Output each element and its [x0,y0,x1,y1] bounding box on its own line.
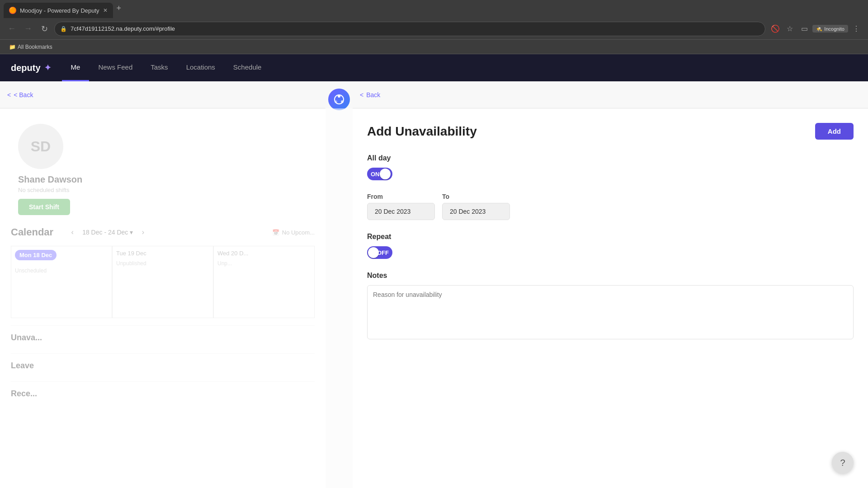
calendar-day-label-tue: Tue 19 Dec [116,250,209,257]
calendar-nav: ‹ 18 Dec - 24 Dec ▾ › [66,226,149,239]
calendar-day-content-tue: Unpublished [116,260,209,267]
lock-icon: 🔒 [60,26,67,32]
left-back-button[interactable]: < < Back [7,91,33,99]
no-eye-icon[interactable]: 🚫 [769,23,782,35]
from-date-input[interactable]: 20 Dec 2023 [367,203,435,220]
to-label: To [442,193,510,200]
notes-label: Notes [367,272,854,280]
form-back-button[interactable]: < Back [360,91,380,99]
nav-item-me[interactable]: Me [62,54,90,81]
profile-and-calendar: SD Shane Dawson No scheduled shifts Star… [11,124,315,402]
start-shift-button[interactable]: Start Shift [18,199,70,215]
calendar-day-wed: Wed 20 D... Unp... [213,246,315,318]
back-navigation-button[interactable]: ← [5,23,18,35]
calendar-day-tue: Tue 19 Dec Unpublished [112,246,213,318]
allday-toggle[interactable]: ON [367,168,392,180]
toggle-off-label: OFF [377,249,389,256]
to-date-group: To 20 Dec 2023 [442,193,510,220]
extensions-button[interactable]: ▭ [798,23,811,35]
calendar-day-label-wed: Wed 20 D... [217,250,311,257]
folder-icon: 📁 [9,44,16,50]
help-button[interactable]: ? [832,452,854,474]
notes-section: Notes [367,272,854,341]
profile-section: SD Shane Dawson No scheduled shifts Star… [11,124,315,215]
date-range-selector[interactable]: 18 Dec - 24 Dec ▾ [82,229,133,236]
circular-logo-icon [328,89,350,110]
svg-point-2 [341,100,344,103]
svg-point-1 [338,95,340,98]
new-tab-button[interactable]: + [113,4,125,13]
forward-navigation-button[interactable]: → [22,23,34,35]
user-name: Shane Dawson [18,174,82,185]
calendar-day-content-mon: Unscheduled [15,267,108,274]
repeat-toggle[interactable]: OFF [367,246,392,259]
nav-item-schedule[interactable]: Schedule [224,54,271,81]
app-content: deputy ✦ Me News Feed Tasks Locations Sc… [0,54,868,488]
nav-item-tasks[interactable]: Tasks [142,54,177,81]
bookmarks-bar: 📁 All Bookmarks [0,40,868,54]
nav-item-news-feed[interactable]: News Feed [89,54,142,81]
left-back-bar: < < Back [0,81,326,108]
main-navigation: Me News Feed Tasks Locations Schedule [62,54,271,81]
tab-title: Moodjoy - Powered By Deputy [20,7,99,14]
back-chevron-icon: < [7,91,11,99]
from-date-group: From 20 Dec 2023 [367,193,435,220]
toolbar-actions: 🚫 ☆ ▭ 🕵️ Incognito ⋮ [769,23,863,35]
left-panel: < < Back SD Shane Dawson No scheduled sh… [0,81,326,488]
avatar: SD [18,124,63,169]
calendar-prev-button[interactable]: ‹ [66,226,79,239]
logo-star: ✦ [44,63,51,73]
calendar-day-label-mon: Mon 18 Dec [15,250,57,260]
form-title: Add Unavailability [367,124,477,139]
date-range-section: From 20 Dec 2023 To 20 Dec 2023 [367,193,854,220]
logo-text: deputy [11,63,41,73]
repeat-section: Repeat OFF [367,233,854,259]
incognito-badge: 🕵️ Incognito [812,25,848,33]
nav-item-locations[interactable]: Locations [177,54,224,81]
calendar-title: Calendar [11,226,53,238]
dropdown-arrow-icon: ▾ [130,229,133,236]
menu-button[interactable]: ⋮ [850,23,863,35]
browser-tabs: 🟠 Moodjoy - Powered By Deputy ✕ + [0,0,868,18]
user-status: No scheduled shifts [18,187,69,193]
main-layout: < < Back SD Shane Dawson No scheduled sh… [0,81,868,488]
allday-toggle-wrapper: ON [367,168,854,180]
to-date-input[interactable]: 20 Dec 2023 [442,203,510,220]
reload-button[interactable]: ↻ [38,23,51,35]
calendar-header: Calendar ‹ 18 Dec - 24 Dec ▾ › 📅 [11,226,315,239]
form-back-section: < Back [353,81,868,108]
no-upcoming-events: 📅 No Upcom... [272,229,315,236]
allday-label: All day [367,154,854,162]
url-display: 7cf47d19112152.na.deputy.com/#profile [71,25,175,32]
bookmark-star-button[interactable]: ☆ [783,23,796,35]
form-container: Add Unavailability Add All day ON [353,108,868,368]
calendar-day-content-wed: Unp... [217,260,311,267]
form-title-row: Add Unavailability Add [367,123,854,140]
address-bar[interactable]: 🔒 7cf47d19112152.na.deputy.com/#profile [54,22,765,36]
date-row: From 20 Dec 2023 To 20 Dec 2023 [367,193,854,220]
tab-close-button[interactable]: ✕ [103,7,108,14]
repeat-toggle-wrapper: OFF [367,246,854,259]
calendar-day-mon: Mon 18 Dec Unscheduled [11,246,112,318]
right-panel: < Back Add Unavailability Add All day [353,81,868,488]
svg-point-3 [335,100,337,103]
allday-section: All day ON [367,154,854,180]
all-bookmarks-link[interactable]: 📁 All Bookmarks [5,44,56,50]
active-tab[interactable]: 🟠 Moodjoy - Powered By Deputy ✕ [4,3,113,18]
browser-toolbar: ← → ↻ 🔒 7cf47d19112152.na.deputy.com/#pr… [0,18,868,40]
repeat-label: Repeat [367,233,854,241]
leave-section-label: Leave [11,353,315,374]
notes-textarea[interactable] [367,285,854,339]
calendar-icon: 📅 [272,229,279,236]
calendar-days: Mon 18 Dec Unscheduled Tue 19 Dec Unpubl… [11,246,315,318]
deputy-logo: deputy ✦ [11,63,51,73]
add-unavailability-button[interactable]: Add [815,123,854,140]
app-header: deputy ✦ Me News Feed Tasks Locations Sc… [0,54,868,81]
recent-section-label: Rece... [11,381,315,402]
from-label: From [367,193,435,200]
form-back-chevron-icon: < [360,91,363,99]
middle-panel [326,81,353,488]
unavailability-section-label: Unava... [11,325,315,346]
toggle-on-label: ON [371,171,380,178]
calendar-next-button[interactable]: › [137,226,149,239]
